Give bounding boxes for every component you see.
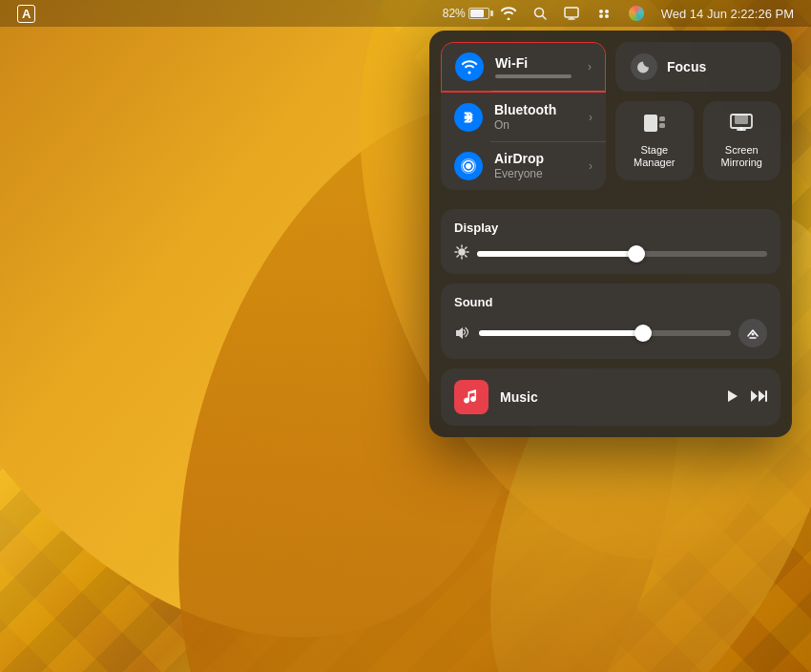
- play-button[interactable]: [725, 389, 738, 406]
- wifi-subtitle: [495, 74, 572, 78]
- airplay-icon: [746, 326, 759, 340]
- screen-mirror-menubar-icon: [564, 7, 579, 20]
- datetime-label: Wed 14 Jun 2:22:26 PM: [661, 7, 794, 21]
- music-controls: [725, 389, 767, 406]
- stage-manager-button[interactable]: Stage Manager: [615, 101, 694, 180]
- airdrop-chevron: ›: [589, 159, 593, 173]
- sun-icon: [454, 244, 469, 260]
- screen-mirroring-icon: [730, 113, 753, 138]
- volume-icon: [454, 326, 471, 342]
- stage-manager-svg: [643, 113, 666, 134]
- menubar-control-center[interactable]: [591, 5, 617, 22]
- bluetooth-title: Bluetooth: [494, 102, 556, 118]
- bluetooth-chevron: ›: [589, 111, 593, 124]
- fast-forward-button[interactable]: [750, 389, 767, 406]
- svg-point-19: [459, 249, 466, 256]
- svg-rect-2: [565, 8, 578, 17]
- screen-mirroring-button[interactable]: Screen Mirroring: [703, 101, 781, 180]
- sound-section: Sound: [441, 284, 780, 359]
- menubar-wifi-icon[interactable]: [495, 5, 522, 22]
- bluetooth-icon: [462, 109, 475, 126]
- music-app-icon: [454, 380, 489, 414]
- cc-icon-buttons: Stage Manager Screen Mirroring: [615, 101, 780, 180]
- control-center-panel: Wi-Fi › Bluetooth On ›: [429, 31, 792, 437]
- bluetooth-subtitle: On: [494, 118, 556, 132]
- brightness-thumb: [628, 245, 645, 262]
- cc-network-group: Wi-Fi › Bluetooth On ›: [441, 42, 606, 190]
- music-note-icon: [462, 388, 481, 407]
- keyboard-indicator[interactable]: A: [11, 3, 41, 25]
- svg-marker-29: [728, 390, 738, 402]
- crescent-moon-icon: [636, 59, 652, 74]
- svg-marker-30: [751, 390, 758, 402]
- menubar-search[interactable]: [528, 5, 552, 22]
- cc-top-grid: Wi-Fi › Bluetooth On ›: [441, 42, 780, 200]
- siri-icon: [629, 6, 644, 21]
- wifi-icon: [461, 59, 478, 74]
- svg-rect-14: [659, 123, 665, 128]
- volume-thumb: [634, 325, 652, 342]
- svg-rect-32: [765, 390, 767, 402]
- music-label: Music: [500, 389, 714, 405]
- svg-line-25: [466, 256, 468, 258]
- menubar-siri[interactable]: [623, 4, 650, 23]
- battery-container: 82%: [443, 7, 489, 20]
- svg-line-1: [542, 16, 546, 20]
- airdrop-icon-circle: [454, 152, 483, 180]
- brightness-slider-row: [454, 244, 767, 262]
- svg-rect-16: [735, 115, 748, 124]
- screen-mirroring-label: Screen Mirroring: [713, 144, 772, 169]
- brightness-icon: [454, 244, 469, 262]
- bluetooth-toggle[interactable]: Bluetooth On ›: [441, 93, 606, 141]
- menubar-right: 82%: [443, 4, 800, 23]
- airdrop-title: AirDrop: [494, 151, 544, 167]
- control-center-icon: [596, 7, 612, 20]
- keyboard-indicator-label: A: [17, 5, 35, 23]
- display-label: Display: [454, 220, 767, 235]
- bluetooth-text: Bluetooth On: [494, 102, 556, 132]
- display-section: Display: [441, 209, 780, 274]
- bluetooth-icon-circle: [454, 103, 483, 132]
- airdrop-subtitle: Everyone: [494, 167, 544, 180]
- airdrop-text: AirDrop Everyone: [494, 151, 544, 180]
- menubar-datetime: Wed 14 Jun 2:22:26 PM: [655, 5, 800, 23]
- battery-fill: [470, 10, 484, 17]
- brightness-slider[interactable]: [477, 251, 767, 257]
- wifi-title: Wi-Fi: [495, 55, 572, 72]
- svg-line-27: [457, 256, 459, 258]
- brightness-fill: [477, 251, 636, 257]
- wifi-chevron: ›: [588, 60, 592, 74]
- menubar-screen-mirror[interactable]: [558, 5, 585, 22]
- search-menubar-icon: [533, 7, 547, 20]
- focus-icon: [631, 53, 657, 80]
- airdrop-icon: [461, 158, 476, 174]
- screen-mirroring-svg: [730, 113, 753, 134]
- menubar: A 82%: [0, 0, 811, 27]
- wifi-toggle[interactable]: Wi-Fi ›: [441, 42, 606, 93]
- wifi-menubar-icon: [501, 7, 516, 20]
- speaker-icon: [454, 326, 471, 339]
- sound-row: [454, 319, 767, 347]
- svg-rect-12: [644, 115, 657, 132]
- volume-slider[interactable]: [479, 330, 731, 336]
- music-section: Music: [441, 368, 780, 426]
- fast-forward-icon: [750, 389, 767, 403]
- airdrop-toggle[interactable]: AirDrop Everyone ›: [441, 141, 606, 190]
- svg-point-9: [466, 163, 471, 169]
- stage-manager-icon: [643, 113, 666, 138]
- battery-icon: [468, 8, 489, 19]
- svg-point-8: [605, 14, 609, 18]
- stage-manager-label: Stage Manager: [625, 144, 684, 169]
- battery-percent: 82%: [443, 7, 466, 20]
- menubar-left: A: [11, 3, 41, 25]
- play-icon: [725, 389, 738, 403]
- volume-fill: [479, 330, 643, 336]
- focus-button[interactable]: Focus: [615, 42, 780, 92]
- wifi-text: Wi-Fi: [495, 55, 572, 78]
- airplay-button[interactable]: [738, 319, 767, 347]
- svg-point-7: [599, 14, 603, 18]
- svg-point-6: [605, 10, 609, 13]
- svg-line-26: [466, 247, 468, 249]
- svg-marker-31: [759, 390, 765, 402]
- svg-point-28: [752, 333, 755, 336]
